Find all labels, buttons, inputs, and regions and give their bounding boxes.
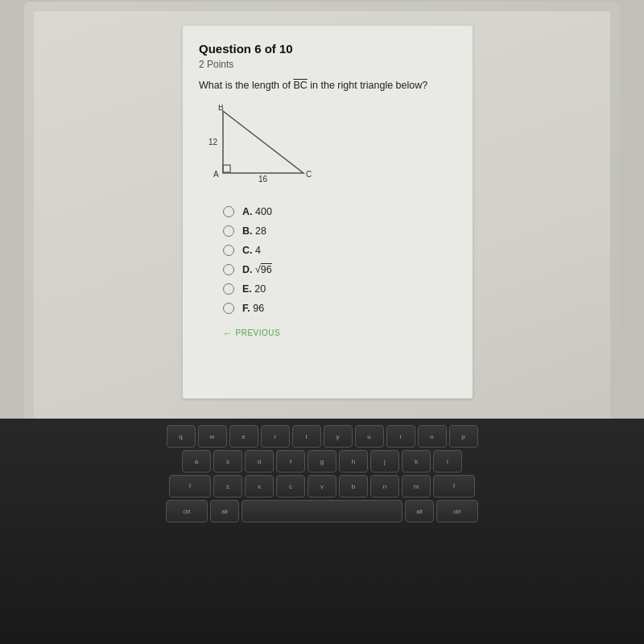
key-j[interactable]: j xyxy=(370,450,399,473)
answer-option-d[interactable]: D. √96 xyxy=(223,264,456,275)
key-shift-right[interactable]: ⇧ xyxy=(433,475,475,497)
answer-option-b[interactable]: B. 28 xyxy=(223,225,456,237)
question-suffix: in the right triangle below? xyxy=(308,80,427,91)
answer-label-a: A. 400 xyxy=(242,206,272,217)
laptop-lid: Question 6 of 10 2 Points What is the le… xyxy=(24,2,620,419)
keyboard-area: q w e r t y u i o p a s d f g h j k l xyxy=(0,419,644,644)
key-d[interactable]: d xyxy=(245,450,274,473)
key-b[interactable]: b xyxy=(339,475,368,497)
svg-text:C: C xyxy=(306,170,312,179)
radio-f[interactable] xyxy=(223,303,234,314)
keyboard-row-2: a s d f g h j k l xyxy=(16,450,628,473)
answer-label-f: F. 96 xyxy=(242,303,264,314)
answer-choices: A. 400 B. 28 C. 4 xyxy=(223,206,456,314)
key-h[interactable]: h xyxy=(339,450,368,473)
key-o[interactable]: o xyxy=(418,425,447,448)
svg-text:A: A xyxy=(213,170,219,179)
keyboard-row-3: ⇧ z x c v b n m ⇧ xyxy=(16,475,628,497)
answer-label-b: B. 28 xyxy=(242,225,266,237)
key-y[interactable]: y xyxy=(324,425,353,448)
radio-e[interactable] xyxy=(223,283,234,295)
svg-text:12: 12 xyxy=(208,138,218,147)
laptop-body: Question 6 of 10 2 Points What is the le… xyxy=(0,0,644,419)
key-m[interactable]: m xyxy=(402,475,431,497)
question-prefix: What is the length of xyxy=(199,80,293,91)
radio-d[interactable] xyxy=(223,264,234,275)
key-v[interactable]: v xyxy=(308,475,336,497)
triangle-svg: B A C 12 16 xyxy=(199,105,328,193)
segment-label: BC xyxy=(293,80,307,91)
key-alt-right[interactable]: alt xyxy=(405,500,434,522)
previous-link[interactable]: ← PREVIOUS xyxy=(223,328,280,338)
answer-option-e[interactable]: E. 20 xyxy=(223,283,456,295)
key-ctrl-right[interactable]: ctrl xyxy=(436,500,478,522)
key-k[interactable]: k xyxy=(402,450,431,473)
points-label: 2 Points xyxy=(199,59,456,70)
key-g[interactable]: g xyxy=(308,450,336,473)
keyboard-row-4: ctrl alt alt ctrl xyxy=(16,500,628,522)
key-s[interactable]: s xyxy=(213,450,242,473)
key-ctrl[interactable]: ctrl xyxy=(166,500,208,522)
answer-label-e: E. 20 xyxy=(242,283,266,295)
key-space[interactable] xyxy=(242,500,402,522)
keyboard-rows: q w e r t y u i o p a s d f g h j k l xyxy=(0,419,644,528)
key-c[interactable]: c xyxy=(276,475,305,497)
svg-text:B: B xyxy=(218,105,224,112)
previous-label: PREVIOUS xyxy=(236,328,281,337)
radio-a[interactable] xyxy=(223,206,234,217)
svg-text:16: 16 xyxy=(258,175,268,184)
key-a[interactable]: a xyxy=(182,450,211,473)
triangle-diagram: B A C 12 16 xyxy=(199,105,328,193)
key-n[interactable]: n xyxy=(370,475,399,497)
svg-rect-1 xyxy=(223,165,230,172)
screen: Question 6 of 10 2 Points What is the le… xyxy=(0,0,644,644)
answer-option-f[interactable]: F. 96 xyxy=(223,303,456,314)
question-area: Question 6 of 10 2 Points What is the le… xyxy=(183,26,473,356)
key-f[interactable]: f xyxy=(276,450,305,473)
key-z[interactable]: z xyxy=(213,475,242,497)
radio-b[interactable] xyxy=(223,225,234,237)
question-title: Question 6 of 10 xyxy=(199,42,456,56)
radio-c[interactable] xyxy=(223,245,234,256)
key-x[interactable]: x xyxy=(245,475,274,497)
previous-arrow-icon: ← xyxy=(223,328,233,338)
content-panel: Question 6 of 10 2 Points What is the le… xyxy=(183,26,473,398)
key-p[interactable]: p xyxy=(449,425,478,448)
answer-label-d: D. √96 xyxy=(242,264,272,275)
key-e[interactable]: e xyxy=(229,425,258,448)
keyboard-row-1: q w e r t y u i o p xyxy=(16,425,628,448)
answer-option-a[interactable]: A. 400 xyxy=(223,206,456,217)
inner-screen: Question 6 of 10 2 Points What is the le… xyxy=(34,11,610,419)
key-i[interactable]: i xyxy=(386,425,415,448)
answer-option-c[interactable]: C. 4 xyxy=(223,245,456,256)
key-t[interactable]: t xyxy=(292,425,321,448)
key-u[interactable]: u xyxy=(355,425,384,448)
key-r[interactable]: r xyxy=(261,425,290,448)
key-w[interactable]: w xyxy=(198,425,227,448)
question-text: What is the length of BC in the right tr… xyxy=(199,78,456,93)
key-shift-left[interactable]: ⇧ xyxy=(169,475,211,497)
answer-label-c: C. 4 xyxy=(242,245,261,256)
key-q[interactable]: q xyxy=(167,425,196,448)
svg-marker-0 xyxy=(223,111,303,173)
key-alt[interactable]: alt xyxy=(210,500,239,522)
key-l[interactable]: l xyxy=(433,450,462,473)
